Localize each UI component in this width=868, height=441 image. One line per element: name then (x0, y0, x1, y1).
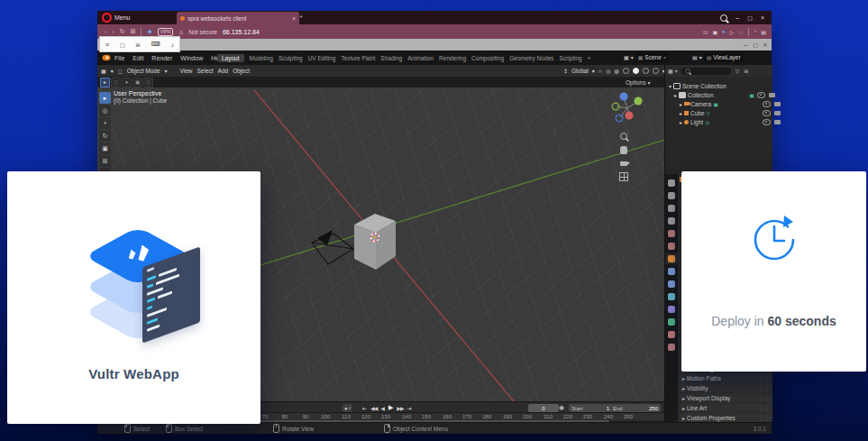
new-collection-icon[interactable]: ⊞ (744, 68, 748, 74)
options-button[interactable]: Options (626, 79, 645, 86)
render-visibility-icon[interactable] (774, 120, 781, 124)
new-tab-icon[interactable]: + (299, 14, 303, 20)
jump-to-end-icon[interactable]: ⇥ (407, 405, 412, 411)
heart-icon[interactable]: ♡ (738, 29, 743, 35)
viewlayer-selector[interactable]: ▤ ViewLayer (704, 52, 744, 62)
panel-viewport-display[interactable]: ▸Viewport Display⋮⋮ (680, 393, 772, 402)
properties-tab-physics[interactable] (668, 293, 675, 300)
properties-tab-texture[interactable] (668, 344, 675, 351)
xpra-menu-icon[interactable]: ≡ (105, 41, 109, 48)
pan-hand-icon[interactable] (618, 144, 629, 155)
current-frame-field[interactable]: 0 (528, 404, 559, 412)
next-keyframe-icon[interactable]: ▶▶ (397, 405, 403, 411)
send-to-device-icon[interactable]: ▷ (730, 29, 735, 35)
mode-dropdown-icon[interactable]: ▾ (165, 68, 168, 74)
play-reverse-icon[interactable]: ◀ (380, 405, 385, 411)
render-visibility-icon[interactable] (774, 102, 781, 106)
reload-icon[interactable]: ↻ (120, 28, 125, 35)
xpra-window-icon[interactable]: ▢ (120, 41, 125, 48)
xpra-fullscreen-icon[interactable]: ⊞ (136, 41, 141, 48)
scene-selector[interactable]: ▦ Scene × (635, 52, 670, 62)
play-icon[interactable]: ▶ (388, 404, 393, 411)
menu-add[interactable]: Add (218, 68, 229, 74)
panel-custom-properties[interactable]: ▸Custom Properties⋮⋮ (680, 413, 772, 422)
prev-keyframe-icon[interactable]: ◀◀ (370, 405, 377, 411)
camera-view-icon[interactable] (618, 158, 629, 169)
overlays-icon[interactable]: ◍ (614, 68, 618, 74)
properties-tab-scene[interactable] (668, 230, 675, 237)
tool-cursor-button[interactable]: ◎ (99, 105, 111, 116)
panel-motion-paths[interactable]: ▸Motion Paths⋮⋮ (680, 373, 772, 382)
workspace-tab-layout[interactable]: Layout (217, 54, 244, 62)
eye-icon[interactable] (763, 101, 771, 107)
zoom-icon[interactable] (618, 131, 629, 142)
speed-dial-icon[interactable]: ⊞ (131, 28, 136, 35)
security-label[interactable]: Not secure (189, 29, 217, 35)
panel-visibility[interactable]: ▸Visibility⋮⋮ (680, 383, 772, 392)
tab-close-icon[interactable]: × (292, 15, 296, 22)
scene-unlink-icon[interactable]: × (663, 55, 667, 60)
menu-render[interactable]: Render (151, 55, 172, 61)
xpra-minimize-icon[interactable]: – (744, 41, 747, 48)
window-maximize-icon[interactable]: ▢ (747, 14, 753, 21)
shading-solid-icon[interactable] (633, 68, 639, 74)
options-dropdown-icon[interactable]: ▾ (647, 79, 650, 86)
add-workspace-icon[interactable]: + (588, 55, 591, 61)
outliner-editor-dropdown-icon[interactable]: ▾ (675, 68, 678, 74)
workspace-tab-uv-editing[interactable]: UV Editing (308, 55, 336, 61)
frame-end-field[interactable]: End 250 (610, 404, 661, 412)
workspace-tab-sculpting[interactable]: Sculpting (279, 55, 303, 61)
scene-dropdown-icon[interactable]: ▾ (631, 54, 634, 60)
editor-type-dropdown-icon[interactable]: ▾ (111, 68, 114, 74)
workspace-tab-texture-paint[interactable]: Texture Paint (341, 55, 375, 61)
properties-tab-constraints[interactable] (668, 306, 675, 313)
proportional-edit-icon[interactable]: ◎ (606, 68, 610, 74)
mode-selector[interactable]: Object Mode (127, 68, 160, 74)
history-icon[interactable]: ◔ (754, 29, 757, 34)
outliner-filter-icon[interactable]: ▽ (736, 68, 740, 74)
properties-tab-output[interactable] (668, 205, 675, 212)
bookmark-icon[interactable]: ⊡ (703, 29, 708, 35)
shading-wireframe-icon[interactable] (623, 68, 629, 74)
orientation-dropdown-icon[interactable]: ▾ (592, 68, 595, 74)
editor-type-icon[interactable]: ▦ (101, 68, 106, 74)
panel-line-art[interactable]: ▸Line Art⋮⋮ (680, 403, 772, 412)
xpra-close-icon[interactable]: × (763, 41, 767, 48)
player-icon[interactable]: ● (722, 29, 726, 34)
workspace-tab-animation[interactable]: Animation (407, 55, 434, 61)
viewlayer-browse-icon[interactable]: ▤ (692, 54, 698, 60)
outliner-row-collection[interactable]: ▸ Collection ▣ (674, 90, 778, 99)
auto-keying-button[interactable]: ● ▾ (343, 404, 352, 412)
keying-set-icon[interactable]: ◉ (559, 404, 564, 411)
search-icon[interactable] (720, 14, 727, 22)
tool-transform-button[interactable]: ⊞ (99, 155, 111, 167)
menu-select[interactable]: Select (197, 68, 214, 74)
collection-checkbox-icon[interactable]: ▣ (749, 92, 754, 98)
navigation-gizmo[interactable] (611, 91, 645, 125)
browser-tab[interactable]: xpra websockets client × (177, 12, 299, 24)
sidebar-panel-icon[interactable]: ▤ (761, 29, 766, 35)
back-icon[interactable]: ‹ (105, 29, 106, 35)
properties-tab-world[interactable] (668, 243, 675, 250)
url-field[interactable]: 66.135.12.84 (223, 29, 260, 35)
tool-scale-button[interactable]: ▣ (99, 142, 111, 154)
jump-to-start-icon[interactable]: ⇤ (362, 405, 367, 411)
outliner-row-cube[interactable]: ▸ Cube ▽ (680, 108, 783, 117)
window-minimize-icon[interactable]: – (736, 14, 739, 21)
menu-object[interactable]: Object (233, 68, 250, 74)
workspace-tab-scripting[interactable]: Scripting (559, 55, 581, 61)
xpra-audio-icon[interactable]: ♪ (170, 41, 174, 48)
workspace-tab-geometry-nodes[interactable]: Geometry Nodes (509, 55, 553, 61)
tool-move-button[interactable]: + (99, 117, 111, 129)
shading-material-icon[interactable] (643, 68, 649, 74)
tool-rotate-button[interactable]: ↻ (99, 130, 111, 142)
workspace-tab-rendering[interactable]: Rendering (439, 55, 466, 61)
snap-icon[interactable]: ∩ (598, 69, 602, 74)
properties-tab-view-layer[interactable] (668, 217, 675, 225)
orientation-selector[interactable]: Global (571, 68, 589, 74)
frame-start-field[interactable]: Start 1 (569, 404, 612, 412)
menu-view[interactable]: View (180, 68, 193, 74)
tool-select-box-button[interactable]: ▸ (99, 92, 111, 104)
xpra-maximize-icon[interactable]: ▢ (753, 41, 758, 48)
render-visibility-icon[interactable] (769, 93, 775, 97)
